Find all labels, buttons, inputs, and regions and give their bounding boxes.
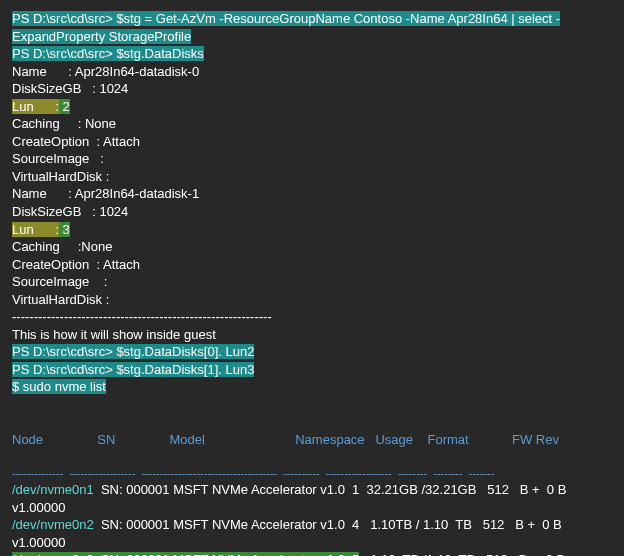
nvme-dash-row: -------------- ------------------ ------… bbox=[12, 466, 612, 481]
terminal-output: PS D:\src\cd\src> $stg = Get-AzVm -Resou… bbox=[0, 0, 624, 556]
ps-prompt: PS D:\src\cd\src> bbox=[12, 46, 116, 61]
nvme-row-highlighted: /dev/nvme0n3 SN: 000001 MSFT NVMe Accele… bbox=[12, 551, 612, 556]
disk0-caching: Caching : None bbox=[12, 115, 612, 133]
disk0-sourceimage: SourceImage : bbox=[12, 150, 612, 168]
ps-command-lun3: PS D:\src\cd\src> $stg.DataDisks[1]. Lun… bbox=[12, 361, 612, 379]
nvme-node: /dev/nvme0n1 bbox=[12, 482, 94, 497]
nvme-node: /dev/nvme0n2 bbox=[12, 517, 94, 532]
ps-prompt: PS D:\src\cd\src> bbox=[12, 11, 116, 26]
blank-line bbox=[12, 414, 612, 432]
nvme-fw: v1.00000 bbox=[12, 534, 612, 552]
disk0-lun: Lun : 2 bbox=[12, 98, 612, 116]
nvme-row: /dev/nvme0n2 SN: 000001 MSFT NVMe Accele… bbox=[12, 516, 612, 534]
nvme-fw: v1.00000 bbox=[12, 499, 612, 517]
col-node: Node bbox=[12, 432, 43, 447]
col-namespace: Namespace bbox=[295, 432, 364, 447]
ps-command-datadisks: PS D:\src\cd\src> $stg.DataDisks bbox=[12, 45, 612, 63]
col-format: Format bbox=[427, 432, 468, 447]
shell-prompt: $ bbox=[12, 379, 23, 394]
disk1-sourceimage: SourceImage : bbox=[12, 273, 612, 291]
disk1-vhd: VirtualHardDisk : bbox=[12, 291, 612, 309]
nvme-row: /dev/nvme0n1 SN: 000001 MSFT NVMe Accele… bbox=[12, 481, 612, 499]
disk0-name: Name : Apr28In64-datadisk-0 bbox=[12, 63, 612, 81]
blank-line bbox=[12, 396, 612, 414]
col-sn: SN bbox=[97, 432, 115, 447]
disk1-createoption: CreateOption : Attach bbox=[12, 256, 612, 274]
nvme-node: /dev/nvme0n3 bbox=[12, 552, 94, 556]
guest-note: This is how it will show inside guest bbox=[12, 326, 612, 344]
col-fwrev: FW Rev bbox=[512, 432, 559, 447]
ps-command-getazvm: PS D:\src\cd\src> $stg = Get-AzVm -Resou… bbox=[12, 10, 612, 28]
separator: ----------------------------------------… bbox=[12, 308, 612, 326]
disk0-size: DiskSizeGB : 1024 bbox=[12, 80, 612, 98]
disk1-size: DiskSizeGB : 1024 bbox=[12, 203, 612, 221]
disk1-name: Name : Apr28In64-datadisk-1 bbox=[12, 185, 612, 203]
col-usage: Usage bbox=[375, 432, 413, 447]
disk0-createoption: CreateOption : Attach bbox=[12, 133, 612, 151]
col-model: Model bbox=[170, 432, 205, 447]
disk1-lun: Lun : 3 bbox=[12, 221, 612, 239]
disk1-caching: Caching :None bbox=[12, 238, 612, 256]
disk0-vhd: VirtualHardDisk : bbox=[12, 168, 612, 186]
ps-command-getazvm-cont: ExpandProperty StorageProfile bbox=[12, 28, 612, 46]
ps-command-lun2: PS D:\src\cd\src> $stg.DataDisks[0]. Lun… bbox=[12, 343, 612, 361]
sudo-nvme-list: $ sudo nvme list bbox=[12, 378, 612, 396]
blank-line bbox=[12, 449, 612, 467]
nvme-header-row: Node SN Model Namespace Usage Format FW … bbox=[12, 431, 612, 449]
